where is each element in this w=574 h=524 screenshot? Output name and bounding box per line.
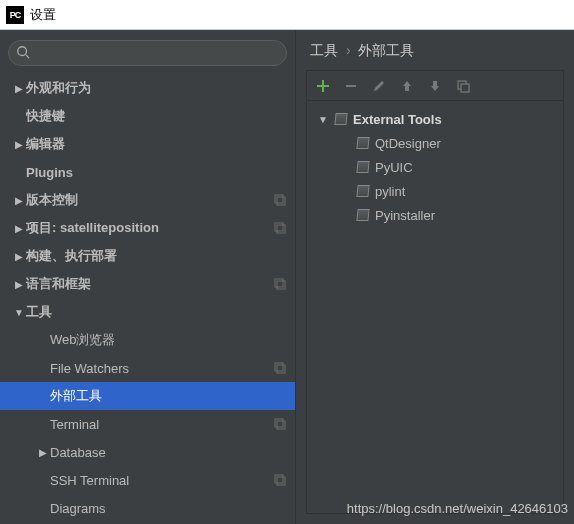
svg-rect-7 [277, 281, 285, 289]
sidebar-item-6[interactable]: ▶构建、执行部署 [0, 242, 295, 270]
app-icon: PC [6, 6, 24, 24]
arrow-up-icon [401, 79, 413, 93]
settings-tree: ▶外观和行为快捷键▶编辑器Plugins▶版本控制▶项目: satellitep… [0, 74, 295, 524]
window-title: 设置 [30, 6, 56, 24]
project-scope-icon [273, 473, 287, 487]
down-button[interactable] [427, 78, 443, 94]
sidebar-item-13[interactable]: ▶Database [0, 438, 295, 466]
right-panel: 工具 › 外部工具 [296, 30, 574, 524]
svg-rect-12 [275, 475, 283, 483]
expand-arrow-icon: ▶ [12, 83, 26, 94]
sidebar-item-label: 外观和行为 [26, 79, 287, 97]
sidebar-item-label: File Watchers [50, 361, 269, 376]
sidebar-item-5[interactable]: ▶项目: satelliteposition [0, 214, 295, 242]
sidebar-item-label: 编辑器 [26, 135, 287, 153]
sidebar-item-label: SSH Terminal [50, 473, 269, 488]
sidebar-item-3[interactable]: Plugins [0, 158, 295, 186]
breadcrumb-part2: 外部工具 [358, 42, 414, 58]
expand-arrow-icon: ▶ [12, 251, 26, 262]
sidebar-item-4[interactable]: ▶版本控制 [0, 186, 295, 214]
sidebar-item-label: 版本控制 [26, 191, 269, 209]
up-button[interactable] [399, 78, 415, 94]
sidebar-item-label: Database [50, 445, 287, 460]
tool-item-label: pylint [375, 184, 405, 199]
project-scope-icon [273, 221, 287, 235]
checkbox-icon[interactable] [356, 209, 369, 221]
sidebar-item-label: Web浏览器 [50, 331, 287, 349]
remove-button[interactable] [343, 78, 359, 94]
svg-rect-8 [275, 363, 283, 371]
edit-button[interactable] [371, 78, 387, 94]
checkbox-icon[interactable] [356, 137, 369, 149]
tool-item-label: Pyinstaller [375, 208, 435, 223]
tools-group-label: External Tools [353, 112, 442, 127]
sidebar-item-label: 构建、执行部署 [26, 247, 287, 265]
svg-rect-11 [277, 421, 285, 429]
tool-item-0[interactable]: QtDesigner [311, 131, 559, 155]
tool-item-label: QtDesigner [375, 136, 441, 151]
tool-item-3[interactable]: Pyinstaller [311, 203, 559, 227]
external-tools-tree: ▼External ToolsQtDesignerPyUICpylintPyin… [307, 101, 563, 233]
checkbox-icon[interactable] [356, 161, 369, 173]
sidebar-item-8[interactable]: ▼工具 [0, 298, 295, 326]
content-box: ▼External ToolsQtDesignerPyUICpylintPyin… [306, 70, 564, 514]
breadcrumb-part1: 工具 [310, 42, 338, 58]
sidebar-item-label: 快捷键 [26, 107, 287, 125]
search-row [0, 30, 295, 74]
expand-arrow-icon: ▶ [12, 195, 26, 206]
sidebar-item-14[interactable]: SSH Terminal [0, 466, 295, 494]
minus-icon [344, 79, 358, 93]
svg-rect-10 [275, 419, 283, 427]
svg-point-0 [18, 47, 27, 56]
copy-button[interactable] [455, 78, 471, 94]
titlebar: PC 设置 [0, 0, 574, 30]
expand-arrow-icon: ▶ [12, 223, 26, 234]
breadcrumb-sep: › [346, 42, 351, 58]
sidebar-item-2[interactable]: ▶编辑器 [0, 130, 295, 158]
sidebar-item-label: Plugins [26, 165, 287, 180]
sidebar-item-9[interactable]: Web浏览器 [0, 326, 295, 354]
sidebar-item-0[interactable]: ▶外观和行为 [0, 74, 295, 102]
tools-group-row[interactable]: ▼External Tools [311, 107, 559, 131]
pencil-icon [372, 79, 386, 93]
tools-toolbar [307, 71, 563, 101]
project-scope-icon [273, 277, 287, 291]
expand-arrow-icon: ▼ [12, 307, 26, 318]
sidebar-item-12[interactable]: Terminal [0, 410, 295, 438]
sidebar-item-label: 工具 [26, 303, 287, 321]
expand-arrow-icon: ▼ [317, 114, 329, 125]
sidebar-panel: ▶外观和行为快捷键▶编辑器Plugins▶版本控制▶项目: satellitep… [0, 30, 296, 524]
breadcrumb: 工具 › 外部工具 [296, 30, 574, 70]
svg-rect-2 [275, 195, 283, 203]
sidebar-item-7[interactable]: ▶语言和框架 [0, 270, 295, 298]
project-scope-icon [273, 361, 287, 375]
plus-icon [316, 79, 330, 93]
checkbox-icon[interactable] [334, 113, 347, 125]
expand-arrow-icon: ▶ [12, 139, 26, 150]
main-container: ▶外观和行为快捷键▶编辑器Plugins▶版本控制▶项目: satellitep… [0, 30, 574, 524]
add-button[interactable] [315, 78, 331, 94]
expand-arrow-icon: ▶ [36, 447, 50, 458]
tool-item-label: PyUIC [375, 160, 413, 175]
sidebar-item-label: 外部工具 [50, 387, 287, 405]
sidebar-item-11[interactable]: 外部工具 [0, 382, 295, 410]
copy-icon [456, 79, 470, 93]
search-input[interactable] [8, 40, 287, 66]
sidebar-item-label: Terminal [50, 417, 269, 432]
sidebar-item-label: 项目: satelliteposition [26, 219, 269, 237]
sidebar-item-15[interactable]: Diagrams [0, 494, 295, 522]
tool-item-2[interactable]: pylint [311, 179, 559, 203]
arrow-down-icon [429, 79, 441, 93]
svg-rect-15 [461, 84, 469, 92]
project-scope-icon [273, 417, 287, 431]
sidebar-item-label: Diagrams [50, 501, 287, 516]
sidebar-item-1[interactable]: 快捷键 [0, 102, 295, 130]
svg-rect-13 [277, 477, 285, 485]
checkbox-icon[interactable] [356, 185, 369, 197]
tool-item-1[interactable]: PyUIC [311, 155, 559, 179]
sidebar-item-10[interactable]: File Watchers [0, 354, 295, 382]
sidebar-item-label: 语言和框架 [26, 275, 269, 293]
svg-rect-5 [277, 225, 285, 233]
svg-rect-4 [275, 223, 283, 231]
svg-line-1 [26, 55, 30, 59]
